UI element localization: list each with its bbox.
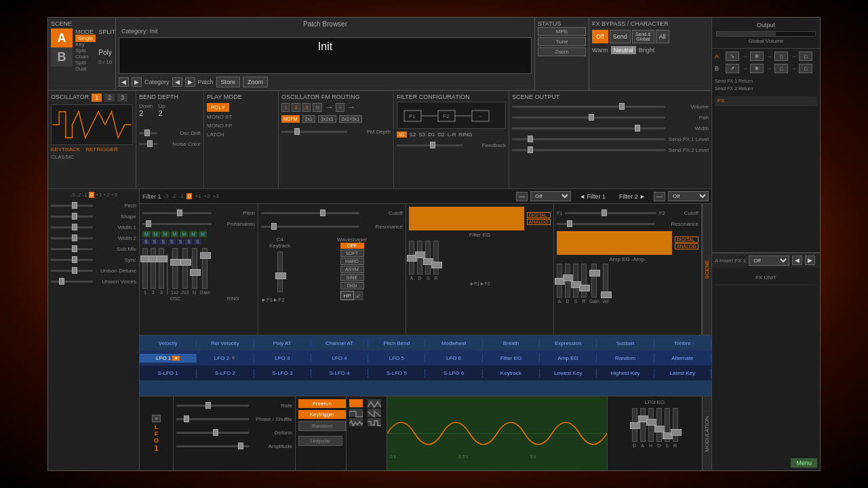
lfo1-arrow[interactable]: ▼: [172, 356, 180, 361]
fx-bypass-send-global-btn[interactable]: Send & Global: [632, 30, 654, 43]
width2-track[interactable]: [51, 237, 93, 239]
amp-eg-route[interactable]: Amp EG: [540, 354, 597, 363]
lfo-shape-triangle[interactable]: [368, 399, 381, 407]
route-sustain[interactable]: Sustain: [597, 339, 654, 348]
highest-key[interactable]: Highest Key: [597, 369, 654, 378]
submix-track[interactable]: [51, 248, 93, 250]
fm-nofm-btn[interactable]: NOFM: [281, 115, 300, 123]
slfo-5[interactable]: S-LFO 5: [368, 369, 425, 378]
filter2-dropdown[interactable]: Off: [668, 191, 709, 201]
lfo-4[interactable]: LFO 4: [311, 354, 368, 363]
noise-color-track[interactable]: [139, 143, 157, 145]
mixer-s7[interactable]: S: [194, 239, 201, 245]
route-breath[interactable]: Breath: [483, 339, 540, 348]
fm-2x1-3x1-btn[interactable]: 2x1+3x1: [339, 115, 363, 123]
latest-key[interactable]: Latest Key: [654, 369, 711, 378]
lfo-shape-square[interactable]: [349, 409, 363, 417]
fx-b-box2[interactable]: ⊕: [750, 64, 764, 73]
lfo-keytrigger-btn[interactable]: Keytrigger: [298, 410, 346, 419]
route-velocity[interactable]: Velocity: [140, 339, 197, 348]
alternate-route[interactable]: Alternate: [654, 354, 711, 363]
play-mode-poly-active[interactable]: POLY: [207, 103, 229, 112]
store-btn[interactable]: Store: [216, 77, 241, 87]
menu-button[interactable]: Menu: [791, 458, 817, 468]
route-pitch-bend[interactable]: Pitch Bend: [368, 339, 425, 348]
patch-prev-btn[interactable]: ◀: [172, 77, 182, 87]
fm-osc3-box[interactable]: 3: [302, 103, 311, 112]
lfo-shape-sine[interactable]: [349, 399, 363, 407]
f2-resonance-track[interactable]: [557, 223, 655, 225]
pan-track[interactable]: [512, 117, 665, 119]
fx-a-box2[interactable]: ⊕: [750, 52, 764, 61]
shape-track[interactable]: [51, 216, 93, 218]
modulation-tab-label[interactable]: MODULATION: [703, 411, 711, 456]
lfo-random-btn[interactable]: Random: [298, 421, 346, 431]
lfo-2[interactable]: LFO 2 ▼: [197, 354, 254, 363]
fx-b-box3[interactable]: □: [774, 64, 788, 73]
ws-digi-btn[interactable]: DIGI: [340, 282, 364, 289]
fx-a-box3[interactable]: □: [774, 52, 788, 61]
random-route[interactable]: Random: [597, 354, 654, 363]
lfo-menu-icon[interactable]: ≡: [152, 415, 160, 422]
zoom-status-btn[interactable]: Zoom: [538, 47, 586, 56]
ws-hp-btn[interactable]: HP: [340, 291, 353, 300]
fx-a-box4[interactable]: □: [799, 52, 812, 61]
mixer-s4[interactable]: S: [168, 239, 176, 245]
lfo-1[interactable]: LFO 1 ▼: [140, 354, 197, 363]
mixer-m1[interactable]: M: [142, 231, 151, 237]
mixer-s2[interactable]: S: [151, 239, 159, 245]
lfo-deform-track[interactable]: [176, 432, 249, 434]
unison-detune-track[interactable]: [51, 270, 93, 272]
fm-3x2x1-btn[interactable]: 3x2x1: [318, 115, 336, 123]
slfo-6[interactable]: S-LFO 6: [425, 369, 482, 378]
pitch-track[interactable]: [51, 205, 93, 207]
route-modwheel[interactable]: Modwheel: [425, 339, 482, 348]
tune-btn[interactable]: Tune: [538, 37, 586, 46]
send-fx1-track[interactable]: [512, 138, 665, 140]
slfo-2[interactable]: S-LFO 2: [197, 369, 254, 378]
insert-fx-prev[interactable]: ◀: [792, 256, 802, 265]
fm-osc1-box[interactable]: 1: [281, 103, 290, 112]
patch-next-btn[interactable]: ▶: [185, 77, 195, 87]
feedback-track[interactable]: [397, 144, 462, 146]
send-fx2-track[interactable]: [512, 149, 665, 151]
route-rel-velocity[interactable]: Rel Velocity: [197, 339, 254, 348]
filter2-next[interactable]: —: [654, 192, 665, 201]
ws-sine-btn[interactable]: SINE: [340, 274, 364, 281]
lfo-shape-saw[interactable]: [368, 409, 381, 417]
lfo-3[interactable]: LFO 3: [254, 354, 311, 363]
fx-b-box1[interactable]: ↗: [726, 64, 739, 73]
ws-soft-btn[interactable]: SOFT: [340, 249, 364, 257]
lfo-amplitude-track[interactable]: [176, 445, 249, 447]
fm-osc2-box[interactable]: 2: [292, 103, 300, 112]
filter-eg-route[interactable]: Filter EG: [483, 354, 540, 363]
route-poly-at[interactable]: Poly AT: [254, 339, 311, 348]
osc-drift-track[interactable]: [139, 132, 157, 134]
fx-tab[interactable]: FX: [715, 96, 817, 106]
mixer-s3[interactable]: S: [159, 239, 167, 245]
mixer-s5[interactable]: S: [177, 239, 184, 245]
lfo-unipolar-btn[interactable]: Unipolar: [298, 436, 342, 446]
scene-pitch-track[interactable]: [142, 212, 212, 214]
cat-next-btn[interactable]: ▶: [132, 77, 142, 87]
width-track[interactable]: [512, 127, 665, 129]
lfo-5[interactable]: LFO 5: [368, 354, 425, 363]
mpe-btn[interactable]: MPE: [538, 27, 586, 36]
filter1-prev[interactable]: —: [516, 192, 528, 201]
lfo-6[interactable]: LFO 6: [425, 354, 482, 363]
insert-fx-next[interactable]: ▶: [805, 256, 815, 265]
ws-extra-btn[interactable]: ↙: [354, 291, 363, 300]
fx-bypass-off-btn[interactable]: Off: [592, 30, 608, 43]
f1-cutoff-track[interactable]: [261, 212, 359, 214]
scene-a-button[interactable]: A: [51, 28, 73, 47]
slfo-4[interactable]: S-LFO 4: [311, 369, 368, 378]
lfo-freerun-btn[interactable]: Freerun: [298, 399, 346, 408]
mixer-m4[interactable]: M: [171, 231, 179, 237]
slfo-1[interactable]: S-LFO 1: [140, 369, 197, 378]
sync-track[interactable]: [51, 259, 93, 261]
ws-off-btn[interactable]: OFF: [340, 243, 364, 249]
mixer-m7[interactable]: M: [199, 231, 207, 237]
fm-depth-track[interactable]: [281, 131, 347, 133]
volume-track[interactable]: [512, 106, 665, 108]
f1-resonance-track[interactable]: [261, 226, 359, 228]
